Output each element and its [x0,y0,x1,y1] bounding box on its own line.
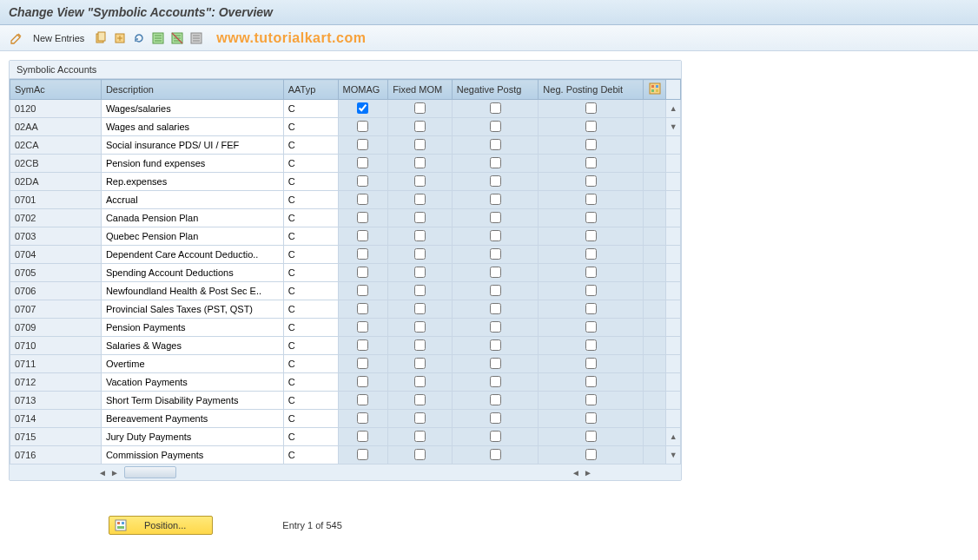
description-input[interactable] [102,447,283,464]
scroll-thumb[interactable] [124,466,176,478]
vscroll-gutter[interactable] [666,337,681,355]
neg-posting-debit-checkbox[interactable] [585,194,597,205]
negative-postg-checkbox[interactable] [490,358,501,369]
description-input[interactable] [102,411,283,427]
symac-cell[interactable]: 0712 [10,373,102,392]
symac-cell[interactable]: 0707 [10,300,102,319]
neg-posting-debit-checkbox[interactable] [585,175,597,187]
symac-cell[interactable]: 02CB [10,155,102,173]
neg-posting-debit-checkbox[interactable] [585,102,597,114]
select-all-icon[interactable] [150,30,166,46]
fixed-mom-checkbox[interactable] [414,412,426,424]
description-input[interactable] [102,119,283,135]
description-input[interactable] [102,247,283,263]
negative-postg-checkbox[interactable] [490,376,501,387]
vscroll-gutter[interactable] [666,173,681,191]
description-input[interactable] [102,429,283,445]
fixed-mom-checkbox[interactable] [414,175,426,187]
aatyp-input[interactable] [284,429,338,445]
fixed-mom-checkbox[interactable] [414,157,426,168]
description-input[interactable] [102,392,283,409]
col-description[interactable]: Description [101,80,283,100]
scroll-right-end-icon[interactable]: ► [582,466,594,478]
symac-cell[interactable]: 0710 [10,337,102,355]
neg-posting-debit-checkbox[interactable] [585,321,597,333]
symac-cell[interactable]: 0715 [10,428,102,446]
scroll-down-icon[interactable]: ▼ [666,451,680,459]
aatyp-input[interactable] [284,155,338,172]
scroll-left-end-icon[interactable]: ◄ [570,466,582,478]
aatyp-input[interactable] [284,228,338,245]
momag-checkbox[interactable] [357,175,368,187]
momag-checkbox[interactable] [357,267,368,278]
neg-posting-debit-checkbox[interactable] [585,267,597,278]
momag-checkbox[interactable] [357,376,368,387]
aatyp-input[interactable] [284,247,338,263]
fixed-mom-checkbox[interactable] [414,139,426,150]
negative-postg-checkbox[interactable] [490,394,501,405]
momag-checkbox[interactable] [357,303,368,314]
vscroll-gutter[interactable] [666,246,681,264]
fixed-mom-checkbox[interactable] [414,267,426,278]
fixed-mom-checkbox[interactable] [414,339,426,351]
aatyp-input[interactable] [284,265,338,281]
col-aatyp[interactable]: AATyp [283,80,338,100]
negative-postg-checkbox[interactable] [490,412,501,424]
col-momag[interactable]: MOMAG [338,80,388,100]
vscroll-gutter[interactable] [666,209,681,227]
negative-postg-checkbox[interactable] [490,285,501,296]
fixed-mom-checkbox[interactable] [414,121,426,132]
symac-cell[interactable]: 0120 [10,100,102,118]
momag-checkbox[interactable] [357,394,368,405]
symac-cell[interactable]: 0706 [10,282,102,300]
symac-cell[interactable]: 02AA [10,118,102,136]
new-entries-button[interactable]: New Entries [33,33,84,43]
fixed-mom-checkbox[interactable] [414,248,426,260]
aatyp-input[interactable] [284,392,338,409]
aatyp-input[interactable] [284,447,338,464]
neg-posting-debit-checkbox[interactable] [585,285,597,296]
negative-postg-checkbox[interactable] [490,121,501,132]
description-input[interactable] [102,320,283,336]
symac-cell[interactable]: 0702 [10,209,102,227]
symac-cell[interactable]: 0709 [10,319,102,337]
momag-checkbox[interactable] [357,248,368,260]
negative-postg-checkbox[interactable] [490,303,501,314]
neg-posting-debit-checkbox[interactable] [585,339,597,351]
description-input[interactable] [102,210,283,227]
negative-postg-checkbox[interactable] [490,431,501,442]
momag-checkbox[interactable] [357,121,368,132]
description-input[interactable] [102,137,283,154]
negative-postg-checkbox[interactable] [490,212,501,223]
aatyp-input[interactable] [284,210,338,227]
neg-posting-debit-checkbox[interactable] [585,412,597,424]
horizontal-scrollbar[interactable]: ◄ ► ◄ ► [10,464,681,480]
symac-cell[interactable]: 0711 [10,355,102,373]
symac-cell[interactable]: 0713 [10,392,102,410]
vscroll-gutter[interactable] [666,227,681,246]
negative-postg-checkbox[interactable] [490,339,501,351]
neg-posting-debit-checkbox[interactable] [585,230,597,241]
aatyp-input[interactable] [284,101,338,117]
aatyp-input[interactable] [284,283,338,300]
negative-postg-checkbox[interactable] [490,139,501,150]
negative-postg-checkbox[interactable] [490,157,501,168]
symac-cell[interactable]: 0703 [10,227,102,246]
momag-checkbox[interactable] [357,358,368,369]
aatyp-input[interactable] [284,301,338,318]
momag-checkbox[interactable] [357,412,368,424]
description-input[interactable] [102,192,283,208]
vscroll-gutter[interactable]: ▼ [666,118,681,136]
description-input[interactable] [102,174,283,190]
vscroll-gutter[interactable] [666,300,681,319]
negative-postg-checkbox[interactable] [490,194,501,205]
neg-posting-debit-checkbox[interactable] [585,376,597,387]
neg-posting-debit-checkbox[interactable] [585,248,597,260]
col-negative-postg[interactable]: Negative Postg [452,80,539,100]
scroll-up-icon[interactable]: ▲ [666,104,680,113]
neg-posting-debit-checkbox[interactable] [585,449,597,460]
col-fixed-mom[interactable]: Fixed MOM [388,80,452,100]
vscroll-gutter[interactable] [666,410,681,428]
aatyp-input[interactable] [284,374,338,391]
scroll-left-icon[interactable]: ◄ [96,466,109,478]
